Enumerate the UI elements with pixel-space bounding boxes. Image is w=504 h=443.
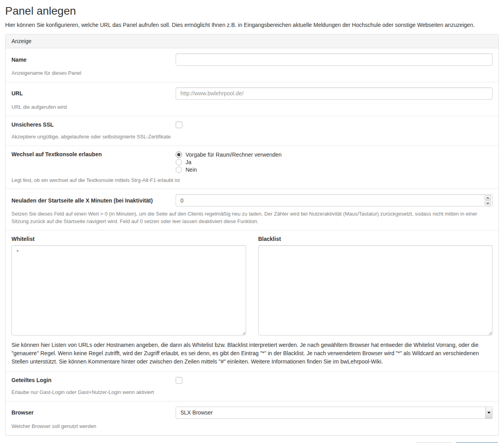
- reload-help: Setzen Sie dieses Feld auf einen Wert > …: [11, 210, 493, 225]
- page: Panel anlegen Hier können Sie konfigurie…: [0, 5, 504, 443]
- page-intro: Hier können Sie konfigurieren, welche UR…: [5, 22, 499, 28]
- whitelist-label: Whitelist: [11, 236, 246, 242]
- radio-option-ja[interactable]: Ja: [176, 159, 493, 165]
- form-row-sharedlogin: Geteiltes Login Erlaube nur Gast-Login o…: [6, 372, 498, 401]
- reload-input-wrap: [176, 194, 493, 206]
- textconsole-radio-group: Vorgabe für Raum/Rechner verwenden Ja Ne…: [176, 151, 493, 173]
- url-input-wrap: [176, 87, 493, 100]
- name-label: Name: [11, 57, 176, 63]
- form-row-name: Name Anzeigename für dieses Panel: [6, 48, 498, 82]
- radio-option-label: Ja: [186, 159, 191, 165]
- name-input-wrap: [176, 53, 493, 66]
- whitelist-column: Whitelist *: [11, 236, 246, 337]
- form-row-lists: Whitelist * Blacklist Sie können hier Li…: [6, 231, 498, 372]
- reload-label: Neuladen der Startseite alle X Minuten (…: [11, 197, 176, 204]
- sharedlogin-checkbox[interactable]: [176, 377, 182, 384]
- radio-option-nein[interactable]: Nein: [176, 167, 493, 173]
- form-row-textconsole: Wechsel auf Textkonsole erlauben Vorgabe…: [6, 146, 498, 189]
- whitelist-textarea[interactable]: *: [11, 245, 246, 335]
- number-spinner: [485, 195, 491, 205]
- sharedlogin-checkbox-wrap: [176, 377, 493, 385]
- form-row-reload: Neuladen der Startseite alle X Minuten (…: [6, 189, 498, 231]
- panel-heading: Anzeige: [6, 34, 498, 48]
- browser-label: Browser: [11, 409, 176, 416]
- ssl-checkbox[interactable]: [176, 121, 182, 128]
- radio-option-default[interactable]: Vorgabe für Raum/Rechner verwenden: [176, 151, 493, 158]
- radio-option-label: Nein: [186, 167, 197, 173]
- lists-grid: Whitelist * Blacklist: [11, 236, 493, 337]
- name-help: Anzeigename für dieses Panel: [11, 70, 493, 77]
- lists-help: Sie können hier Listen von URLs oder Hos…: [11, 341, 493, 366]
- radio-unselected-icon[interactable]: [176, 167, 182, 173]
- browser-help: Welcher Browser soll genutzt werden: [11, 423, 493, 430]
- panel-body: Name Anzeigename für dieses Panel URL UR…: [6, 48, 498, 435]
- ssl-checkbox-wrap: [176, 121, 493, 129]
- textconsole-help: Legt fest, ob ein wechsel auf die Textko…: [11, 177, 493, 184]
- ssl-help: Akzeptiere ungültige, abgelaufene oder s…: [11, 133, 493, 141]
- page-title: Panel anlegen: [5, 5, 499, 17]
- blacklist-column: Blacklist: [258, 236, 493, 337]
- chevron-down-icon: [486, 202, 489, 204]
- browser-select[interactable]: SLX Browser: [176, 407, 493, 419]
- form-row-url: URL URL die aufgerufen wird: [6, 82, 498, 116]
- form-row-browser: Browser SLX Browser Welcher Browser soll…: [6, 401, 498, 435]
- chevron-up-icon: [486, 197, 489, 199]
- browser-select-wrap: SLX Browser: [176, 407, 493, 419]
- radio-unselected-icon[interactable]: [176, 159, 182, 165]
- anzeige-panel: Anzeige Name Anzeigename für dieses Pane…: [5, 34, 499, 435]
- url-input[interactable]: [176, 87, 493, 100]
- radio-selected-icon[interactable]: [176, 151, 182, 158]
- sharedlogin-label: Geteiltes Login: [11, 377, 176, 383]
- radio-option-label: Vorgabe für Raum/Rechner verwenden: [186, 151, 282, 158]
- name-input[interactable]: [176, 53, 493, 66]
- blacklist-label: Blacklist: [258, 236, 493, 242]
- spin-down-button[interactable]: [485, 201, 491, 205]
- sharedlogin-help: Erlaube nur Gast-Login oder Gast+Nutzer-…: [11, 389, 493, 396]
- blacklist-textarea[interactable]: [258, 245, 493, 335]
- url-help: URL die aufgerufen wird: [11, 104, 493, 111]
- spin-up-button[interactable]: [485, 195, 491, 200]
- form-row-ssl: Unsicheres SSL Akzeptiere ungültige, abg…: [6, 116, 498, 146]
- url-label: URL: [11, 90, 176, 97]
- ssl-label: Unsicheres SSL: [11, 121, 176, 128]
- textconsole-label: Wechsel auf Textkonsole erlauben: [11, 151, 176, 157]
- reload-minutes-input[interactable]: [176, 194, 493, 206]
